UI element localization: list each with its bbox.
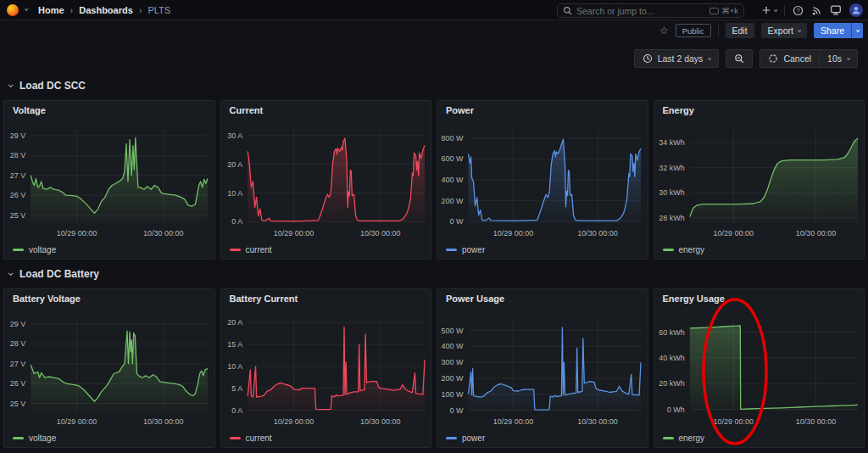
chevron-down-icon	[856, 28, 860, 31]
edit-button[interactable]: Edit	[726, 23, 754, 38]
share-menu-button[interactable]	[851, 23, 863, 38]
svg-text:300 W: 300 W	[441, 358, 464, 366]
legend-item-voltage[interactable]: voltage	[13, 245, 56, 254]
panel-title[interactable]: Power Usage	[446, 294, 504, 304]
svg-text:25 V: 25 V	[10, 211, 26, 220]
breadcrumb: Home › Dashboards › PLTS	[38, 5, 170, 15]
time-range-picker[interactable]: Last 2 days	[634, 49, 720, 68]
svg-text:10/30 00:00: 10/30 00:00	[577, 417, 618, 426]
svg-text:10/29 00:00: 10/29 00:00	[273, 417, 314, 426]
svg-text:60 kWh: 60 kWh	[659, 328, 685, 337]
svg-text:29 V: 29 V	[10, 320, 26, 328]
voltage-chart[interactable]: 29 V28 V27 V26 V25 V10/29 00:0010/30 00:…	[4, 121, 214, 245]
legend-item-power[interactable]: power	[446, 433, 485, 443]
keyboard-shortcut-badge: ⌘+k	[709, 6, 738, 15]
energy-chart[interactable]: 34 kWh32 kWh30 kWh28 kWh10/29 00:0010/30…	[654, 121, 865, 245]
panel-title[interactable]: Energy	[663, 105, 694, 115]
cancel-refresh-button[interactable]: Cancel	[760, 50, 819, 67]
public-badge: Public	[676, 24, 711, 37]
grafana-logo-icon[interactable]	[7, 4, 19, 16]
panel-battery-voltage: Battery Voltage 29 V28 V27 V26 V25 V10/2…	[3, 288, 215, 448]
panel-voltage: Voltage 29 V28 V27 V26 V25 V10/29 00:001…	[3, 100, 215, 260]
panel-power-usage: Power Usage 500 W400 W300 W200 W100 W0 W…	[437, 288, 648, 448]
add-new-button[interactable]	[761, 5, 776, 15]
svg-text:10/29 00:00: 10/29 00:00	[493, 229, 534, 238]
svg-text:40 kWh: 40 kWh	[659, 354, 685, 362]
search-input[interactable]: ⌘+k	[557, 3, 744, 18]
share-button[interactable]: Share	[814, 23, 851, 38]
kiosk-mode-button[interactable]	[830, 4, 842, 16]
export-button[interactable]: Export	[761, 23, 807, 38]
panel-current: Current 30 A20 A10 A0 A10/29 00:0010/30 …	[220, 100, 432, 260]
chevron-down-icon	[847, 56, 850, 59]
legend-item-energy[interactable]: energy	[663, 245, 705, 254]
collapse-chevron-icon	[8, 82, 14, 87]
refresh-group: Cancel 10s	[760, 49, 858, 68]
legend-item-energy[interactable]: energy	[663, 433, 705, 443]
svg-text:20 kWh: 20 kWh	[659, 379, 685, 388]
svg-text:28 kWh: 28 kWh	[659, 214, 685, 222]
star-dashboard-button[interactable]: ☆	[659, 23, 669, 38]
svg-text:600 W: 600 W	[441, 154, 464, 163]
panel-title[interactable]: Power	[446, 105, 474, 115]
svg-text:10/29 00:00: 10/29 00:00	[57, 417, 97, 426]
collapse-chevron-icon	[8, 271, 14, 276]
svg-text:5 A: 5 A	[231, 384, 242, 393]
breadcrumb-home[interactable]: Home	[38, 5, 64, 15]
svg-text:10 A: 10 A	[227, 189, 242, 198]
section-title: Load DC SCC	[19, 80, 86, 92]
battery-current-chart[interactable]: 20 A15 A10 A5 A0 A10/29 00:0010/30 00:00	[221, 310, 431, 433]
svg-text:30 A: 30 A	[227, 131, 242, 140]
org-switcher-chevron-icon[interactable]	[25, 8, 28, 11]
energy-usage-chart[interactable]: 60 kWh40 kWh20 kWh0 Wh10/29 00:0010/30 0…	[654, 310, 865, 433]
panel-title[interactable]: Energy Usage	[663, 294, 725, 304]
keyboard-icon	[709, 8, 719, 14]
panel-title[interactable]: Current	[230, 105, 264, 115]
legend-marker	[13, 249, 24, 251]
section-header-load-dc-scc[interactable]: Load DC SCC	[8, 80, 86, 92]
refresh-interval-picker[interactable]: 10s	[819, 50, 857, 67]
svg-text:10/29 00:00: 10/29 00:00	[57, 229, 97, 238]
section-header-load-dc-battery[interactable]: Load DC Battery	[8, 268, 99, 280]
user-avatar[interactable]	[849, 3, 863, 17]
svg-text:10/30 00:00: 10/30 00:00	[360, 417, 401, 426]
help-button[interactable]: ?	[793, 5, 804, 16]
panel-title[interactable]: Battery Voltage	[13, 294, 81, 304]
legend-marker	[13, 437, 24, 439]
svg-text:10/29 00:00: 10/29 00:00	[493, 417, 534, 426]
legend-marker	[446, 437, 457, 439]
search-field[interactable]	[576, 6, 705, 16]
breadcrumb-dashboards[interactable]: Dashboards	[79, 5, 133, 15]
search-icon	[563, 6, 572, 15]
battery-voltage-chart[interactable]: 29 V28 V27 V26 V25 V10/29 00:0010/30 00:…	[4, 310, 214, 433]
news-button[interactable]	[811, 5, 822, 16]
legend-item-current[interactable]: current	[230, 245, 272, 254]
panel-title[interactable]: Voltage	[13, 105, 46, 115]
svg-text:34 kWh: 34 kWh	[659, 138, 685, 147]
help-circle-icon: ?	[793, 5, 804, 16]
power-chart[interactable]: 800 W600 W400 W200 W0 W10/29 00:0010/30 …	[437, 121, 648, 245]
legend-item-voltage[interactable]: voltage	[13, 433, 56, 443]
plus-icon	[761, 5, 771, 15]
svg-text:0 W: 0 W	[449, 406, 464, 415]
svg-text:10/29 00:00: 10/29 00:00	[273, 229, 314, 238]
time-controls: Last 2 days Cancel 10s	[634, 49, 858, 68]
power-usage-chart[interactable]: 500 W400 W300 W200 W100 W0 W10/29 00:001…	[437, 310, 648, 433]
legend-item-power[interactable]: power	[446, 245, 485, 254]
svg-text:32 kWh: 32 kWh	[659, 164, 685, 172]
svg-text:800 W: 800 W	[441, 134, 464, 143]
current-chart[interactable]: 30 A20 A10 A0 A10/29 00:0010/30 00:00	[221, 121, 431, 245]
person-icon	[851, 5, 861, 15]
svg-text:10/30 00:00: 10/30 00:00	[577, 229, 618, 238]
chevron-down-icon	[774, 8, 777, 11]
legend-marker	[663, 249, 674, 251]
toolbar-divider	[718, 25, 719, 36]
breadcrumb-current-dashboard[interactable]: PLTS	[147, 5, 170, 15]
svg-text:15 A: 15 A	[227, 340, 242, 349]
svg-text:27 V: 27 V	[10, 360, 26, 368]
legend-marker	[230, 437, 241, 439]
legend-item-current[interactable]: current	[230, 433, 272, 443]
svg-text:0 W: 0 W	[449, 217, 464, 226]
zoom-out-button[interactable]	[726, 49, 753, 68]
panel-title[interactable]: Battery Current	[230, 294, 298, 304]
